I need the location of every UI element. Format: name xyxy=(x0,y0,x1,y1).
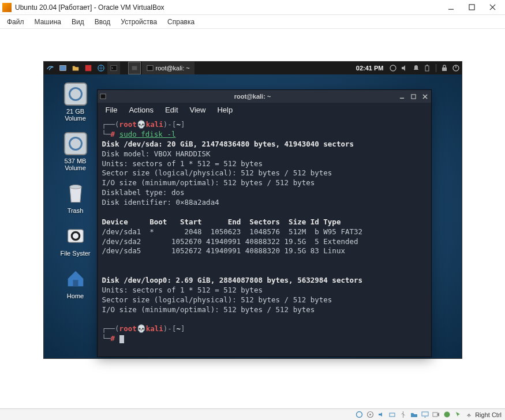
terminal-title: root@kali: ~ xyxy=(109,93,396,100)
vbox-titlebar: Ubuntu 20.04 [Работает] - Oracle VM Virt… xyxy=(0,0,505,15)
vbox-menubar: Файл Машина Вид Ввод Устройства Справка xyxy=(0,15,505,29)
terminal-menu-view[interactable]: View xyxy=(185,104,211,115)
svg-rect-16 xyxy=(100,93,106,98)
svg-rect-17 xyxy=(412,94,416,98)
status-display-icon[interactable] xyxy=(420,410,429,419)
kali-panel: root@kali: ~ 02:41 PM xyxy=(44,62,462,74)
icon-label: Trash xyxy=(53,207,98,214)
trash-icon[interactable]: Trash xyxy=(53,182,98,214)
taskbar-terminal-button[interactable]: root@kali: ~ xyxy=(142,62,194,74)
browser-icon[interactable] xyxy=(95,62,107,74)
terminal-minimize-button[interactable] xyxy=(396,90,408,103)
volume-537mb-icon[interactable]: 537 MB Volume xyxy=(53,132,98,171)
svg-rect-21 xyxy=(390,413,395,417)
files-icon[interactable] xyxy=(69,62,82,74)
icon-label: 537 MB Volume xyxy=(53,158,98,171)
svg-rect-5 xyxy=(132,66,137,70)
svg-rect-4 xyxy=(110,66,117,71)
svg-rect-10 xyxy=(442,68,447,71)
terminal-menu-actions[interactable]: Actions xyxy=(124,104,158,115)
vbox-app-icon xyxy=(2,3,12,12)
kali-logo-icon[interactable] xyxy=(44,62,57,74)
menu-input[interactable]: Ввод xyxy=(90,17,115,27)
task-title: root@kali: ~ xyxy=(156,65,190,72)
volume-21gb-icon[interactable]: 21 GB Volume xyxy=(53,82,98,122)
panel-clock[interactable]: 02:41 PM xyxy=(353,65,387,72)
svg-rect-22 xyxy=(422,412,428,416)
svg-point-20 xyxy=(369,414,371,415)
panel-divider xyxy=(436,64,436,72)
terminal-cursor xyxy=(119,335,124,343)
svg-rect-23 xyxy=(433,412,437,417)
svg-rect-2 xyxy=(85,65,91,72)
status-hostkey: Right Ctrl xyxy=(475,411,502,418)
show-desktop-icon[interactable] xyxy=(57,62,69,74)
menu-help[interactable]: Справка xyxy=(163,17,199,27)
status-hdd-icon[interactable] xyxy=(354,410,364,419)
terminal-menubar: File Actions Edit View Help xyxy=(98,103,431,117)
minimize-button[interactable] xyxy=(440,0,461,15)
terminal-maximize-button[interactable] xyxy=(408,90,420,103)
terminal-body[interactable]: ┌──(root💀kali)-[~] └─# sudo fdisk -l Dis… xyxy=(98,117,431,347)
status-usb-icon[interactable] xyxy=(398,410,407,419)
svg-rect-15 xyxy=(73,280,78,286)
status-keyboard-icon[interactable] xyxy=(464,410,473,419)
terminal-launcher-icon[interactable] xyxy=(107,62,120,74)
terminal-close-button[interactable] xyxy=(420,90,431,103)
status-mouse-icon[interactable] xyxy=(453,410,462,419)
power-icon[interactable] xyxy=(450,62,462,74)
status-recording-icon[interactable] xyxy=(431,410,440,419)
svg-point-18 xyxy=(356,412,362,418)
battery-icon[interactable] xyxy=(422,62,433,74)
volume-icon[interactable] xyxy=(399,62,410,74)
desktop-icons: 21 GB Volume 537 MB Volume Trash File Sy… xyxy=(53,82,98,310)
svg-point-7 xyxy=(390,65,396,71)
icon-label: Home xyxy=(53,292,98,299)
status-network-icon[interactable] xyxy=(387,410,396,419)
svg-rect-6 xyxy=(147,66,152,71)
vbox-statusbar: Right Ctrl xyxy=(0,408,505,420)
terminal-window[interactable]: root@kali: ~ File Actions Edit View Help… xyxy=(97,89,432,357)
kali-desktop[interactable]: root@kali: ~ 02:41 PM 21 GB Volume 537 M… xyxy=(43,61,462,359)
vbox-window-title: Ubuntu 20.04 [Работает] - Oracle VM Virt… xyxy=(15,3,440,12)
svg-point-12 xyxy=(70,185,81,189)
status-audio-icon[interactable] xyxy=(376,410,386,419)
menu-view[interactable]: Вид xyxy=(67,17,89,27)
icon-label: File Syster xyxy=(53,250,98,257)
terminal-window-icon xyxy=(98,93,109,100)
svg-rect-0 xyxy=(469,5,474,10)
launcher-app-icon[interactable] xyxy=(82,62,95,74)
svg-point-24 xyxy=(444,412,450,418)
menu-file[interactable]: Файл xyxy=(2,17,29,27)
svg-rect-9 xyxy=(427,65,428,66)
notifications-icon[interactable] xyxy=(410,62,422,74)
network-icon[interactable] xyxy=(387,62,399,74)
svg-rect-1 xyxy=(59,66,66,71)
close-button[interactable] xyxy=(482,0,503,15)
lock-icon[interactable] xyxy=(439,62,450,74)
terminal-menu-help[interactable]: Help xyxy=(212,104,237,115)
svg-rect-8 xyxy=(425,66,429,71)
vbox-guest-viewport: root@kali: ~ 02:41 PM 21 GB Volume 537 M… xyxy=(0,29,505,408)
home-icon[interactable]: Home xyxy=(53,267,98,299)
menu-machine[interactable]: Машина xyxy=(30,17,66,27)
status-guest-additions-icon[interactable] xyxy=(442,410,451,419)
menu-devices[interactable]: Устройства xyxy=(116,17,162,27)
workspace-switcher[interactable] xyxy=(128,62,141,74)
terminal-menu-file[interactable]: File xyxy=(101,104,122,115)
maximize-button[interactable] xyxy=(461,0,482,15)
terminal-titlebar[interactable]: root@kali: ~ xyxy=(98,90,431,103)
status-optical-icon[interactable] xyxy=(365,410,375,419)
terminal-menu-edit[interactable]: Edit xyxy=(160,104,182,115)
status-shared-icon[interactable] xyxy=(409,410,418,419)
icon-label: 21 GB Volume xyxy=(53,108,98,122)
filesystem-icon[interactable]: File Syster xyxy=(53,224,98,257)
